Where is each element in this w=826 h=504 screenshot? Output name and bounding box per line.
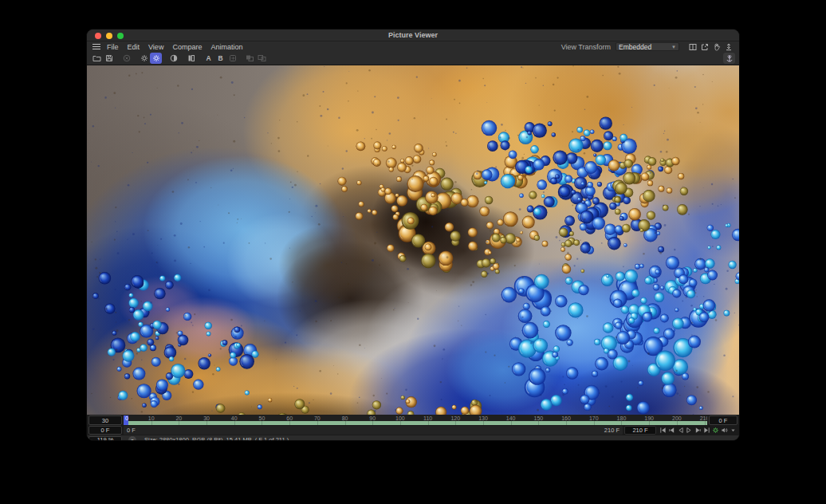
play-backward-button[interactable] bbox=[676, 426, 684, 435]
detach-window-icon[interactable] bbox=[699, 42, 710, 52]
zoom-button[interactable] bbox=[117, 33, 124, 39]
timeline-ruler-row: 30 0 10203040506070809010011012013014015… bbox=[87, 415, 739, 425]
range-start-field[interactable]: 0 F bbox=[88, 426, 122, 435]
ruler-notch bbox=[566, 421, 567, 425]
zoom-dropdown[interactable]: ▼ bbox=[128, 436, 136, 442]
ruler-tick: 120 bbox=[450, 415, 460, 421]
ruler-tick: 40 bbox=[231, 415, 238, 421]
timeline-range-row: 0 F 0 F 210 F 210 F bbox=[87, 425, 739, 435]
ruler-tick: 100 bbox=[395, 415, 405, 421]
ruler-tick: 80 bbox=[342, 415, 348, 421]
ruler-notch bbox=[234, 421, 235, 425]
ruler-tick: 130 bbox=[478, 415, 488, 421]
status-bar: 119 % ▼ Size: 2880x1800, RGB (8 Bit), 15… bbox=[87, 435, 739, 441]
open-file-icon[interactable] bbox=[91, 53, 103, 64]
ruler-tick: 200 bbox=[672, 415, 682, 421]
toolbar: A B bbox=[87, 52, 739, 65]
menu-compare[interactable]: Compare bbox=[172, 43, 202, 51]
ruler-tick: 90 bbox=[369, 415, 376, 421]
ruler-tick: 180 bbox=[617, 415, 627, 421]
range-start-label: 0 F bbox=[127, 427, 136, 434]
ruler-notch bbox=[262, 421, 262, 425]
ruler-tick: 140 bbox=[506, 415, 516, 421]
settings-gear-icon[interactable] bbox=[138, 53, 150, 64]
ruler-notch bbox=[289, 421, 290, 425]
ruler-tick: 110 bbox=[423, 415, 432, 421]
hamburger-icon[interactable] bbox=[92, 44, 100, 50]
traffic-lights bbox=[95, 33, 124, 39]
ruler-notch bbox=[428, 421, 429, 425]
ruler-notch bbox=[455, 421, 456, 425]
current-frame-field[interactable]: 210 F bbox=[624, 426, 656, 435]
ruler-tick: 190 bbox=[644, 415, 654, 421]
copy-a-to-b-icon bbox=[244, 53, 256, 64]
ruler-notch bbox=[511, 421, 512, 425]
link-ab-icon bbox=[226, 53, 238, 64]
ruler-tick: 50 bbox=[259, 415, 266, 421]
version-b-button[interactable]: B bbox=[214, 53, 226, 64]
render-image bbox=[87, 65, 740, 415]
view-transform-label: View Transform bbox=[561, 43, 611, 51]
go-to-end-button[interactable] bbox=[702, 426, 710, 435]
ruler-notch bbox=[400, 421, 401, 425]
menu-edit[interactable]: Edit bbox=[128, 43, 140, 51]
range-slider[interactable]: 0 F 210 F bbox=[124, 426, 623, 435]
menu-file[interactable]: File bbox=[107, 43, 119, 51]
ruler-notch bbox=[206, 421, 207, 425]
ruler-notch bbox=[538, 421, 539, 425]
sound-button[interactable] bbox=[720, 426, 728, 435]
go-to-start-button[interactable] bbox=[659, 426, 667, 435]
image-viewport[interactable] bbox=[87, 65, 739, 415]
range-end-label: 210 F bbox=[604, 427, 620, 434]
window-title: Picture Viewer bbox=[87, 30, 739, 41]
dock-icon[interactable] bbox=[723, 42, 734, 52]
loop-mode-button[interactable] bbox=[711, 426, 719, 435]
picture-viewer-window: Picture Viewer File Edit View Compare An… bbox=[86, 29, 740, 441]
zoom-level-field[interactable]: 119 % bbox=[88, 436, 122, 441]
ruler-tick: 210 bbox=[700, 415, 707, 421]
version-a-button[interactable]: A bbox=[203, 53, 214, 64]
ruler-notch bbox=[594, 421, 595, 425]
chevron-down-icon: ▼ bbox=[671, 45, 676, 49]
cache-bar bbox=[124, 421, 707, 425]
split-view-icon[interactable] bbox=[687, 42, 698, 52]
play-forward-button[interactable] bbox=[685, 426, 693, 435]
next-frame-button[interactable] bbox=[694, 426, 702, 435]
view-transform-dropdown[interactable]: Embedded ▼ bbox=[616, 42, 679, 51]
display-settings-gear-icon[interactable] bbox=[150, 53, 162, 64]
ruler-tick: 30 bbox=[203, 415, 210, 421]
playback-options-dropdown[interactable] bbox=[729, 426, 737, 435]
playhead-frame-label: 0 bbox=[125, 415, 128, 422]
ruler-notch bbox=[345, 421, 346, 425]
copy-b-to-a-icon bbox=[256, 53, 268, 64]
ruler-notch bbox=[483, 421, 484, 425]
transport-controls bbox=[658, 426, 738, 435]
previous-frame-button[interactable] bbox=[667, 426, 675, 435]
ruler-notch bbox=[317, 421, 318, 425]
stop-render-icon bbox=[120, 53, 132, 64]
ruler-notch bbox=[705, 421, 706, 425]
ruler-notch bbox=[677, 421, 678, 425]
ruler-notch bbox=[649, 421, 650, 425]
hand-icon[interactable] bbox=[711, 42, 722, 52]
ruler-tick: 10 bbox=[148, 415, 155, 421]
minimize-button[interactable] bbox=[106, 33, 112, 39]
dual-view-icon[interactable] bbox=[185, 53, 197, 64]
render-effects-icon[interactable] bbox=[723, 53, 735, 64]
close-button[interactable] bbox=[95, 33, 101, 39]
view-transform-value: Embedded bbox=[619, 43, 651, 51]
ruler-notch bbox=[179, 421, 179, 425]
menu-view[interactable]: View bbox=[148, 43, 163, 51]
title-bar[interactable]: Picture Viewer bbox=[87, 30, 739, 41]
ruler-notch bbox=[621, 421, 622, 425]
framerate-field[interactable]: 30 bbox=[88, 415, 122, 425]
ruler-end-field[interactable]: 0 F bbox=[709, 415, 738, 425]
ruler-tick: 20 bbox=[175, 415, 182, 421]
ruler-tick: 150 bbox=[534, 415, 544, 421]
menu-animation[interactable]: Animation bbox=[210, 43, 242, 51]
image-info-text: Size: 2880x1800, RGB (8 Bit), 15.41 MB, … bbox=[144, 436, 289, 441]
ruler-tick: 170 bbox=[589, 415, 599, 421]
save-icon[interactable] bbox=[103, 53, 115, 64]
timeline-ruler[interactable]: 0 10203040506070809010011012013014015016… bbox=[124, 415, 707, 425]
contrast-icon[interactable] bbox=[167, 53, 179, 64]
